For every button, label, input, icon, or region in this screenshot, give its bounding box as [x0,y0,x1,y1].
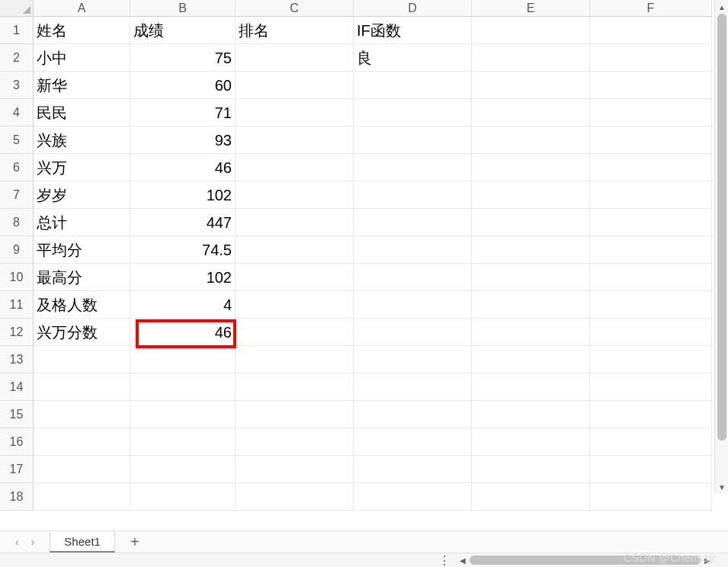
cell-A15[interactable] [34,401,130,428]
cell-E6[interactable] [472,154,590,181]
cell-F1[interactable] [590,17,712,44]
cell-C7[interactable] [236,181,354,209]
row-header-9[interactable]: 9 [0,236,34,264]
cell-F6[interactable] [590,154,712,181]
row-header-14[interactable]: 14 [0,373,34,401]
cell-B7[interactable]: 102 [130,181,236,209]
vertical-scrollbar[interactable]: ▲ ▼ [714,0,728,494]
select-all-corner[interactable] [0,0,34,17]
cell-E9[interactable] [472,236,590,264]
cell-C9[interactable] [236,236,354,264]
row-header-10[interactable]: 10 [0,264,34,291]
row-header-12[interactable]: 12 [0,319,34,346]
cell-A7[interactable]: 岁岁 [34,181,130,209]
scroll-up-icon[interactable]: ▲ [715,0,728,14]
cell-F8[interactable] [590,209,712,236]
cell-B18[interactable] [130,483,236,511]
row-header-8[interactable]: 8 [0,209,34,236]
vertical-scroll-thumb[interactable] [717,14,726,440]
cell-C2[interactable] [236,44,354,72]
cell-A17[interactable] [34,456,130,483]
cell-C13[interactable] [236,346,354,373]
cell-E7[interactable] [472,181,590,209]
cell-D1[interactable]: IF函数 [354,17,472,44]
cell-F16[interactable] [590,428,712,456]
cell-E14[interactable] [472,373,590,401]
add-sheet-button[interactable]: + [115,533,155,551]
cell-A6[interactable]: 兴万 [34,154,130,181]
cell-A13[interactable] [34,346,130,373]
cell-A5[interactable]: 兴族 [34,127,130,154]
row-header-16[interactable]: 16 [0,428,34,456]
cell-C1[interactable]: 排名 [236,17,354,44]
row-header-7[interactable]: 7 [0,181,34,209]
cell-D18[interactable] [354,483,472,511]
cell-C17[interactable] [236,456,354,483]
cells-area[interactable]: 姓名成绩排名IF函数小中75良新华60民民71兴族93兴万46岁岁102总计44… [34,17,712,511]
cell-B10[interactable]: 102 [130,264,236,291]
scroll-left-icon[interactable]: ◀ [457,556,468,565]
cell-D2[interactable]: 良 [354,44,472,72]
cell-B13[interactable] [130,346,236,373]
cell-D17[interactable] [354,456,472,483]
cell-A12[interactable]: 兴万分数 [34,319,130,346]
column-header-F[interactable]: F [590,0,712,17]
cell-C15[interactable] [236,401,354,428]
cell-A1[interactable]: 姓名 [34,17,130,44]
cell-E5[interactable] [472,127,590,154]
cell-F18[interactable] [590,483,712,511]
row-header-18[interactable]: 18 [0,483,34,511]
next-sheet-button[interactable]: › [31,536,35,548]
cell-C16[interactable] [236,428,354,456]
cell-A2[interactable]: 小中 [34,44,130,72]
cell-E12[interactable] [472,319,590,346]
cell-C6[interactable] [236,154,354,181]
cell-A10[interactable]: 最高分 [34,264,130,291]
cell-F14[interactable] [590,373,712,401]
cell-D3[interactable] [354,72,472,99]
cell-E4[interactable] [472,99,590,127]
cell-A4[interactable]: 民民 [34,99,130,127]
cell-A18[interactable] [34,483,130,511]
cell-C14[interactable] [236,373,354,401]
cell-E8[interactable] [472,209,590,236]
cell-D10[interactable] [354,264,472,291]
cell-A3[interactable]: 新华 [34,72,130,99]
cell-C5[interactable] [236,127,354,154]
cell-C3[interactable] [236,72,354,99]
cell-B6[interactable]: 46 [130,154,236,181]
cell-E2[interactable] [472,44,590,72]
cell-D4[interactable] [354,99,472,127]
cell-B15[interactable] [130,401,236,428]
cell-D12[interactable] [354,319,472,346]
cell-E17[interactable] [472,456,590,483]
cell-E10[interactable] [472,264,590,291]
cell-E11[interactable] [472,291,590,319]
cell-C8[interactable] [236,209,354,236]
row-header-17[interactable]: 17 [0,456,34,483]
cell-B8[interactable]: 447 [130,209,236,236]
cell-E16[interactable] [472,428,590,456]
row-header-2[interactable]: 2 [0,44,34,72]
cell-D5[interactable] [354,127,472,154]
cell-D15[interactable] [354,401,472,428]
cell-D9[interactable] [354,236,472,264]
cell-D7[interactable] [354,181,472,209]
cell-C12[interactable] [236,319,354,346]
cell-B5[interactable]: 93 [130,127,236,154]
column-header-E[interactable]: E [472,0,590,17]
cell-D16[interactable] [354,428,472,456]
cell-E15[interactable] [472,401,590,428]
scroll-down-icon[interactable]: ▼ [715,480,728,494]
cell-C10[interactable] [236,264,354,291]
cell-A9[interactable]: 平均分 [34,236,130,264]
cell-E13[interactable] [472,346,590,373]
cell-B16[interactable] [130,428,236,456]
cell-B9[interactable]: 74.5 [130,236,236,264]
cell-F4[interactable] [590,99,712,127]
cell-E18[interactable] [472,483,590,511]
row-header-5[interactable]: 5 [0,127,34,154]
row-header-4[interactable]: 4 [0,99,34,127]
column-header-C[interactable]: C [236,0,354,17]
cell-D6[interactable] [354,154,472,181]
